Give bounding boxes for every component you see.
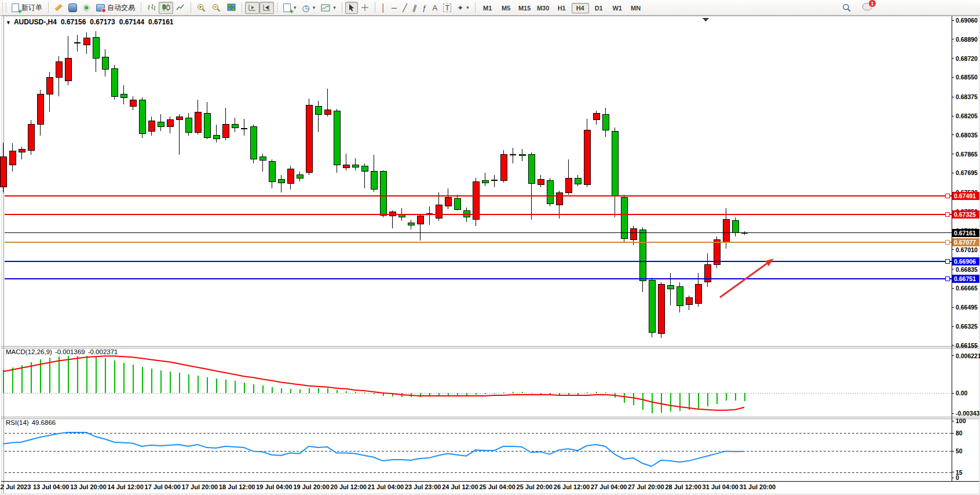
text-tool[interactable]: A (430, 2, 441, 14)
crosshair-tool-button[interactable] (358, 2, 372, 14)
trend-arrow-annotation[interactable] (720, 264, 767, 297)
timeframe-button-m1[interactable]: M1 (479, 3, 496, 13)
vertical-line-tool[interactable]: │ (378, 2, 389, 14)
toolbar-separator (342, 2, 342, 13)
toolbar-separator (475, 2, 476, 13)
timeframe-button-w1[interactable]: W1 (609, 3, 626, 13)
bear-candle (120, 94, 127, 98)
bull-candle (704, 264, 711, 282)
time-label: 25 Jul 04:00 (479, 483, 515, 490)
notifications-button[interactable]: 1 (862, 2, 872, 13)
bull-candle (630, 228, 637, 239)
bear-candle (649, 280, 655, 333)
bull-candle (565, 178, 572, 192)
styler-button[interactable] (52, 2, 65, 14)
time-label: 17 Jul 20:00 (182, 483, 218, 490)
new-chart-button[interactable]: + ▾ (280, 2, 299, 14)
timeframe-button-h4[interactable]: H4 (572, 3, 589, 13)
bull-candle (148, 121, 155, 131)
price-tag-label: 0.67161 (954, 230, 976, 236)
bar-chart-button[interactable] (144, 2, 159, 14)
line-chart-button[interactable] (173, 2, 188, 14)
bear-candle (732, 221, 738, 233)
chart-canvas[interactable]: 0.690600.688900.687200.685500.683750.682… (0, 0, 980, 495)
time-label: 19 Jul 04:00 (256, 483, 292, 490)
signals-button[interactable] (80, 2, 93, 14)
autotrade-button[interactable]: 自动交易 (93, 2, 138, 14)
line-handle[interactable] (945, 194, 949, 198)
chevron-down-icon: ▾ (466, 5, 469, 10)
new-order-button[interactable]: + 新订单 (9, 2, 45, 14)
autoscroll-button[interactable] (245, 2, 259, 14)
robot-icon (96, 4, 105, 12)
toolbar-grip[interactable] (2, 3, 6, 12)
chart-shift-button[interactable] (259, 2, 274, 14)
channel-tool[interactable]: ∥ (410, 2, 420, 14)
time-label: 28 Jul 12:00 (665, 483, 701, 490)
chart-shift-marker[interactable] (702, 18, 709, 21)
shapes-tool[interactable]: ✦ ▾ (454, 2, 471, 14)
bull-candle (46, 78, 53, 94)
sonar-icon (83, 4, 90, 12)
price-tick-label: 0.68375 (956, 93, 978, 100)
price-tick-label: 0.68205 (956, 112, 978, 119)
bear-candle (519, 155, 525, 156)
bear-candle (639, 230, 646, 281)
timeframe-button-h1[interactable]: H1 (553, 3, 571, 13)
trendline-tool[interactable]: ╱ (400, 2, 410, 14)
line-handle[interactable] (945, 276, 949, 281)
fibonacci-tool[interactable]: ƒ (419, 2, 429, 14)
horizontal-line-tool[interactable]: ─ (389, 2, 400, 14)
bull-candle (195, 112, 201, 132)
price-tick-label: 0.66665 (956, 285, 978, 292)
bear-candle (185, 118, 192, 132)
clock-icon: ◷ (302, 4, 310, 12)
search-icon (842, 3, 851, 12)
time-label: 24 Jul 12:00 (442, 483, 478, 490)
chevron-down-icon: ▾ (313, 5, 316, 10)
bull-candle (19, 149, 25, 152)
bull-candle (556, 192, 562, 205)
timeframe-button-m5[interactable]: M5 (498, 3, 515, 13)
timeframe-button-m30[interactable]: M30 (535, 3, 552, 13)
price-tag-label: 0.66751 (954, 275, 976, 282)
bar-chart-icon (147, 3, 156, 12)
new-order-icon: + (12, 3, 19, 12)
line-handle[interactable] (945, 240, 949, 244)
price-tick-label: 0.66325 (956, 323, 978, 330)
time-label: 18 Jul 12:00 (219, 483, 255, 490)
time-label: 13 Jul 20:00 (70, 483, 106, 490)
time-label: 27 Jul 20:00 (628, 483, 664, 490)
bull-candle (417, 216, 423, 224)
templates-button[interactable]: ▾ (318, 2, 339, 14)
periods-button[interactable]: ◷ ▾ (299, 2, 319, 14)
new-order-label: 新订单 (21, 3, 42, 13)
bear-candle (612, 131, 618, 196)
candlestick-chart-button[interactable] (159, 2, 173, 14)
bear-candle (454, 198, 460, 209)
symbol-dropdown-icon[interactable]: ▼ (6, 20, 11, 26)
tile-windows-icon (227, 3, 236, 12)
bull-candle (287, 169, 294, 184)
zoom-in-button[interactable] (194, 2, 209, 14)
bull-candle (343, 165, 349, 168)
rsi-tick-label: 50 (956, 447, 963, 454)
bull-candle (686, 298, 692, 305)
zoom-out-button[interactable] (209, 2, 224, 14)
search-button[interactable] (839, 2, 854, 14)
vertical-line-icon: │ (381, 4, 386, 12)
timeframe-button-d1[interactable]: D1 (590, 3, 608, 13)
rsi-tick-label: 100 (956, 417, 966, 424)
timeframe-button-mn[interactable]: MN (627, 3, 645, 13)
bull-candle (445, 197, 451, 206)
label-tool[interactable]: T (440, 2, 454, 14)
cursor-tool-button[interactable] (345, 2, 358, 14)
line-handle[interactable] (945, 213, 949, 217)
shapes-icon: ✦ (457, 4, 463, 12)
line-handle[interactable] (945, 260, 949, 264)
price-tag-label: 0.67325 (954, 211, 976, 218)
market-watch-button[interactable] (65, 2, 80, 14)
tile-windows-button[interactable] (224, 2, 239, 14)
timeframe-button-m15[interactable]: M15 (516, 3, 533, 13)
bull-candle (658, 285, 664, 334)
